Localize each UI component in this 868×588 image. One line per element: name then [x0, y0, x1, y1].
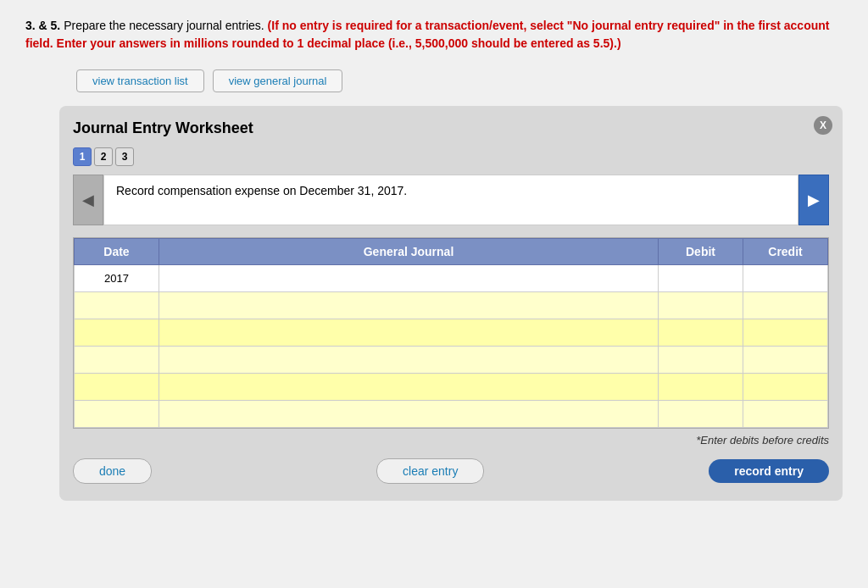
- question-text: 3. & 5. Prepare the necessary journal en…: [25, 17, 843, 53]
- tab-1[interactable]: 1: [73, 147, 92, 166]
- worksheet-title: Journal Entry Worksheet: [73, 119, 829, 137]
- credit-cell[interactable]: [743, 319, 828, 347]
- top-button-row: view transaction list view general journ…: [76, 69, 843, 92]
- view-transaction-list-button[interactable]: view transaction list: [76, 69, 204, 92]
- debit-cell[interactable]: [659, 374, 743, 401]
- hint-text: *Enter debits before credits: [73, 434, 829, 447]
- navigation-row: ◀ Record compensation expense on Decembe…: [73, 175, 829, 225]
- credit-cell[interactable]: [743, 292, 828, 319]
- credit-cell[interactable]: [743, 401, 828, 428]
- date-cell: [75, 401, 159, 428]
- journal-table: Date General Journal Debit Credit 2017: [74, 238, 828, 428]
- tab-row: 1 2 3: [73, 147, 829, 166]
- header-debit: Debit: [659, 239, 743, 265]
- debit-cell[interactable]: [659, 265, 743, 292]
- debit-cell[interactable]: [659, 347, 743, 374]
- date-cell: 2017: [75, 265, 159, 292]
- header-general-journal: General Journal: [159, 239, 659, 265]
- journal-cell[interactable]: [159, 347, 659, 374]
- credit-cell[interactable]: [743, 265, 828, 292]
- header-date: Date: [75, 239, 159, 265]
- next-arrow[interactable]: ▶: [798, 175, 829, 225]
- table-row: [75, 319, 828, 347]
- credit-cell[interactable]: [743, 347, 828, 374]
- prev-arrow[interactable]: ◀: [73, 175, 103, 225]
- done-button[interactable]: done: [73, 458, 152, 484]
- record-entry-button[interactable]: record entry: [709, 459, 829, 483]
- entry-description: Record compensation expense on December …: [103, 175, 798, 225]
- table-row: [75, 347, 828, 374]
- worksheet-container: Journal Entry Worksheet X 1 2 3 ◀ Record…: [59, 106, 843, 501]
- table-row: 2017: [75, 265, 828, 292]
- close-button[interactable]: X: [814, 116, 832, 135]
- journal-table-wrapper: Date General Journal Debit Credit 2017: [73, 237, 829, 429]
- clear-entry-button[interactable]: clear entry: [376, 458, 484, 484]
- table-header-row: Date General Journal Debit Credit: [75, 239, 828, 265]
- debit-cell[interactable]: [659, 319, 743, 347]
- journal-cell[interactable]: [159, 265, 659, 292]
- tab-2[interactable]: 2: [94, 147, 113, 166]
- table-row: [75, 401, 828, 428]
- date-cell: [75, 347, 159, 374]
- tab-3[interactable]: 3: [115, 147, 134, 166]
- credit-cell[interactable]: [743, 374, 828, 401]
- question-number: 3. & 5.: [25, 19, 60, 32]
- question-main: Prepare the necessary journal entries.: [64, 19, 267, 32]
- header-credit: Credit: [743, 239, 828, 265]
- debit-cell[interactable]: [659, 292, 743, 319]
- date-cell: [75, 292, 159, 319]
- date-cell: [75, 374, 159, 401]
- journal-cell[interactable]: [159, 401, 659, 428]
- journal-cell[interactable]: [159, 292, 659, 319]
- table-row: [75, 374, 828, 401]
- journal-cell[interactable]: [159, 319, 659, 347]
- date-cell: [75, 319, 159, 347]
- journal-cell[interactable]: [159, 374, 659, 401]
- table-row: [75, 292, 828, 319]
- view-general-journal-button[interactable]: view general journal: [213, 69, 343, 92]
- bottom-button-row: done clear entry record entry: [73, 458, 829, 484]
- debit-cell[interactable]: [659, 401, 743, 428]
